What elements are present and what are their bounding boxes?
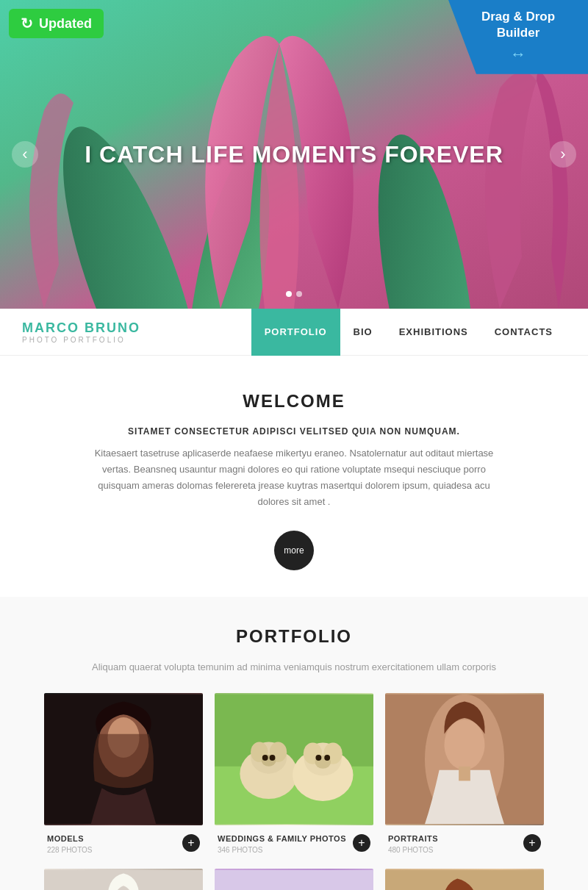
portfolio-section: PORTFOLIO Aliquam quaerat volupta temuni… xyxy=(0,597,588,890)
dnd-line2: Builder xyxy=(497,26,540,40)
svg-point-20 xyxy=(270,755,276,761)
dnd-line1: Drag & Drop xyxy=(481,10,555,24)
nav-portfolio[interactable]: PORTFOLIO xyxy=(251,309,340,356)
svg-point-21 xyxy=(315,755,321,761)
resize-icon: ↔ xyxy=(462,44,575,65)
portfolio-count-portraits: 480 PHOTOS xyxy=(388,846,438,854)
portfolio-plus-weddings[interactable]: + xyxy=(353,834,370,852)
portfolio-thumb-weddings xyxy=(215,693,373,825)
hero-dot-2[interactable] xyxy=(296,291,302,297)
portfolio-name-models: MODELS xyxy=(47,834,84,843)
navbar: MARCO BRUNO PHOTO PORTFOLIO PORTFOLIO BI… xyxy=(0,309,588,356)
svg-point-19 xyxy=(262,755,268,761)
hero-dot-1[interactable] xyxy=(286,291,292,297)
portfolio-title: PORTFOLIO xyxy=(44,626,544,647)
updated-badge: ↻ Updated xyxy=(9,9,104,38)
portfolio-thumb-animals xyxy=(44,869,203,890)
hero-dots xyxy=(286,291,302,297)
svg-rect-26 xyxy=(459,767,470,781)
portfolio-count-weddings: 346 PHOTOS xyxy=(218,846,346,854)
portfolio-plus-models[interactable]: + xyxy=(182,834,200,852)
hero-next-button[interactable]: › xyxy=(550,141,576,168)
svg-point-22 xyxy=(324,755,330,761)
hero-section: ↻ Updated Drag & Drop Builder ↔ I CATCH … xyxy=(0,0,588,309)
welcome-subtitle: SITAMET CONSECTETUR ADIPISCI VELITSED QU… xyxy=(59,426,529,437)
nav-bio[interactable]: BIO xyxy=(340,309,386,356)
welcome-body: Kitaesaert tasetruse aplicaserde neafaes… xyxy=(88,445,500,510)
nav-exhibitions[interactable]: EXHIBITIONS xyxy=(386,309,481,356)
portfolio-thumb-models xyxy=(44,693,203,825)
welcome-title: WELCOME xyxy=(59,391,529,412)
portfolio-item-models[interactable]: MODELS 228 PHOTOS + xyxy=(44,693,203,857)
portfolio-plus-portraits[interactable]: + xyxy=(523,834,541,852)
updated-label: Updated xyxy=(39,16,92,32)
more-button[interactable]: more xyxy=(274,531,314,570)
portfolio-item-weddings[interactable]: WEDDINGS & FAMILY PHOTOS 346 PHOTOS + xyxy=(215,693,373,857)
portfolio-subtitle: Aliquam quaerat volupta temunim ad minim… xyxy=(44,661,544,672)
nav-links: PORTFOLIO BIO EXHIBITIONS CONTACTS xyxy=(251,309,566,355)
portfolio-item-nature[interactable]: NATURE & FLOWERS 346 PHOTOS + xyxy=(215,869,373,890)
sync-icon: ↻ xyxy=(21,15,33,32)
logo-tagline: PHOTO PORTFOLIO xyxy=(22,336,251,344)
portfolio-item-advertising[interactable]: ADVERTISING 480 PHOTOS + xyxy=(385,869,544,890)
hero-prev-button[interactable]: ‹ xyxy=(12,141,38,168)
portfolio-thumb-nature xyxy=(215,869,373,890)
portfolio-item-animals[interactable]: ANIMALS & PETS 228 PHOTOS + xyxy=(44,869,203,890)
nav-contacts[interactable]: CONTACTS xyxy=(481,309,566,356)
portfolio-grid: MODELS 228 PHOTOS + xyxy=(44,693,544,890)
portfolio-name-weddings: WEDDINGS & FAMILY PHOTOS xyxy=(218,834,346,843)
portfolio-label-weddings: WEDDINGS & FAMILY PHOTOS 346 PHOTOS + xyxy=(215,825,373,857)
svg-rect-30 xyxy=(215,870,373,890)
welcome-section: WELCOME SITAMET CONSECTETUR ADIPISCI VEL… xyxy=(0,356,588,597)
portfolio-label-models: MODELS 228 PHOTOS + xyxy=(44,825,203,857)
hero-headline: I CATCH LIFE MOMENTS FOREVER xyxy=(85,141,503,168)
svg-point-25 xyxy=(445,719,485,770)
portfolio-label-portraits: PORTRAITS 480 PHOTOS + xyxy=(385,825,544,857)
logo-name: MARCO BRUNO xyxy=(22,320,251,336)
portfolio-count-models: 228 PHOTOS xyxy=(47,846,93,854)
portfolio-thumb-advertising xyxy=(385,869,544,890)
portfolio-thumb-portraits xyxy=(385,693,544,825)
portfolio-name-portraits: PORTRAITS xyxy=(388,834,438,843)
portfolio-item-portraits[interactable]: PORTRAITS 480 PHOTOS + xyxy=(385,693,544,857)
site-logo: MARCO BRUNO PHOTO PORTFOLIO xyxy=(22,320,251,344)
